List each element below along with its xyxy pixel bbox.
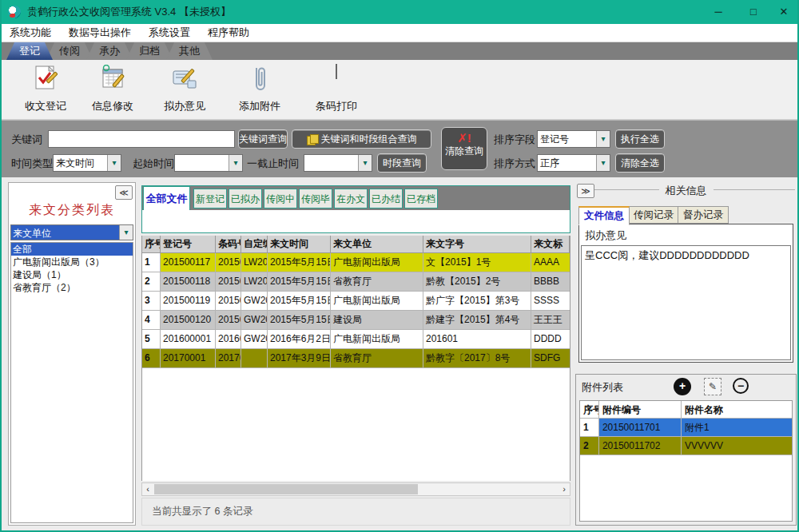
tab-other[interactable]: 其他	[166, 42, 213, 60]
menu-program-help[interactable]: 程序帮助	[208, 26, 249, 40]
time-type-select[interactable]: 来文时间 ▾	[53, 154, 121, 172]
status-tab-circulated[interactable]: 传阅毕	[299, 189, 332, 208]
list-item-all[interactable]: 全部	[11, 243, 133, 256]
clear-all-button[interactable]: 清除全选	[615, 153, 665, 173]
cell[interactable]: 建设局	[331, 311, 423, 330]
cell[interactable]: SSSS	[531, 292, 570, 311]
cell[interactable]: 6	[142, 349, 161, 368]
cell[interactable]: 2015年5月15日	[268, 253, 331, 272]
cell[interactable]: 2015年5月15日	[268, 311, 331, 330]
list-item[interactable]: 建设局（1）	[11, 268, 133, 281]
clear-search-button[interactable]: ✗! 清除查询	[441, 127, 487, 170]
maximize-button[interactable]: □	[740, 0, 767, 24]
cell[interactable]: 20150011701	[599, 419, 682, 437]
scrollbar-thumb[interactable]	[154, 484, 418, 494]
status-tab-closed[interactable]: 已办结	[369, 189, 403, 208]
cell[interactable]: VVVVVV	[682, 437, 792, 455]
tab-circulate[interactable]: 传阅	[46, 42, 93, 60]
collapse-sidebar-button[interactable]: ≪	[115, 185, 133, 200]
receive-register-button[interactable]: 收文登记	[13, 65, 78, 117]
expand-panel-button[interactable]: ≫	[577, 184, 594, 198]
cell[interactable]: 20150	[216, 292, 241, 311]
table-row[interactable]: 5 201600001 20160 GW20 2016年6月2日 广电新闻出版局…	[142, 330, 570, 349]
cell[interactable]: 20150	[216, 311, 241, 330]
table-row[interactable]: 4 201500120 20150 GW20 2015年5月15日 建设局 黔建…	[142, 311, 570, 330]
add-attachment-icon-button[interactable]: +	[674, 378, 691, 395]
tab-register[interactable]: 登记	[6, 42, 53, 60]
menu-system-functions[interactable]: 系统功能	[10, 26, 51, 40]
minimize-button[interactable]: ─	[705, 0, 732, 24]
chevron-down-icon[interactable]: ▾	[107, 155, 121, 171]
category-type-select[interactable]: 来文单位 ▾	[10, 224, 133, 240]
cell[interactable]: 2015年5月15日	[268, 272, 331, 292]
keyword-search-button[interactable]: 关键词查询	[238, 129, 288, 149]
cell[interactable]: 黔广字【2015】第3号	[423, 292, 531, 311]
info-tab-supervision[interactable]: 督办记录	[678, 206, 729, 224]
attachment-row-selected[interactable]: 2 20150011702 VVVVVV	[580, 437, 792, 455]
chevron-down-icon[interactable]: ▾	[596, 131, 610, 147]
cell[interactable]: 省教育厅	[331, 349, 423, 368]
cell[interactable]: 201500119	[161, 292, 216, 311]
chevron-down-icon[interactable]: ▾	[229, 155, 242, 171]
cell[interactable]: LW20	[241, 253, 268, 272]
list-item[interactable]: 省教育厅（2）	[11, 281, 133, 294]
cell[interactable]: 2	[580, 437, 599, 455]
cell[interactable]: 1	[142, 253, 161, 272]
add-attachment-button[interactable]: 添加附件	[227, 65, 292, 117]
table-row[interactable]: 2 201500118 20150 LW20 2015年5月15日 省教育厅 黔…	[142, 272, 570, 292]
cell[interactable]: 2	[142, 272, 161, 292]
cell[interactable]: 4	[142, 311, 161, 330]
combo-search-button[interactable]: 关键词和时段组合查询	[292, 129, 431, 149]
draft-opinion-button[interactable]: 拟办意见	[152, 65, 217, 117]
cell[interactable]: 201500118	[161, 272, 216, 292]
menu-system-settings[interactable]: 系统设置	[149, 26, 190, 40]
status-tab-drafted[interactable]: 已拟办	[229, 189, 262, 208]
cell[interactable]: 附件1	[682, 419, 792, 437]
column-header[interactable]: 序号	[142, 236, 161, 253]
status-tab-circulating[interactable]: 传阅中	[264, 189, 297, 208]
cell[interactable]: 20150011702	[599, 437, 682, 455]
cell[interactable]: 201601	[423, 330, 531, 349]
cell[interactable]: 广电新闻出版局	[331, 330, 423, 349]
cell[interactable]: 20150	[216, 272, 241, 292]
close-button[interactable]: ✕	[770, 0, 797, 24]
list-item[interactable]: 广电新闻出版局（3）	[11, 256, 133, 268]
cell[interactable]: 2016年6月2日	[268, 330, 331, 349]
edit-attachment-icon-button[interactable]: ✎	[704, 378, 721, 395]
status-tab-in-process[interactable]: 在办文	[334, 189, 368, 208]
column-header[interactable]: 来文字号	[423, 236, 531, 253]
status-tab-new[interactable]: 新登记	[193, 189, 227, 208]
cell[interactable]: LW20	[241, 272, 268, 292]
cell[interactable]: 广电新闻出版局	[331, 292, 423, 311]
cell[interactable]: 20170	[216, 349, 241, 368]
tab-archive[interactable]: 归档	[126, 42, 173, 60]
cell[interactable]: 黔建字【2015】第4号	[423, 311, 531, 330]
scroll-right-icon[interactable]: ›	[559, 483, 570, 495]
edit-info-button[interactable]: 信息修改	[80, 65, 145, 117]
keyword-input[interactable]	[48, 130, 235, 148]
cell[interactable]: 王王王	[531, 311, 570, 330]
attachment-row[interactable]: 1 20150011701 附件1	[580, 419, 792, 437]
cell[interactable]: SDFG	[531, 349, 570, 368]
cell[interactable]: 20160	[216, 330, 241, 349]
cell[interactable]: 省教育厅	[331, 272, 423, 292]
cell[interactable]: 广电新闻出版局	[331, 253, 423, 272]
cell[interactable]: DDDD	[531, 330, 570, 349]
chevron-down-icon[interactable]: ▾	[119, 225, 133, 240]
column-header[interactable]: 来文时间	[268, 236, 331, 253]
cell[interactable]: GW20	[241, 311, 268, 330]
column-header[interactable]: 来文单位	[331, 236, 423, 253]
table-row-selected[interactable]: 6 20170001 20170 2017年3月9日 省教育厅 黔教字〔2017…	[142, 349, 570, 368]
status-tab-all[interactable]: 全部文件	[143, 186, 190, 210]
cell[interactable]: 2015年5月15日	[268, 292, 331, 311]
cell[interactable]: 20170001	[161, 349, 216, 368]
column-header[interactable]: 来文标	[531, 236, 570, 253]
cell[interactable]: BBBB	[531, 272, 570, 292]
horizontal-scrollbar[interactable]: ‹ ›	[141, 482, 570, 496]
barcode-print-button[interactable]: 条码打印	[304, 65, 369, 117]
cell[interactable]: AAAA	[531, 253, 570, 272]
cell[interactable]: 201500120	[161, 311, 216, 330]
chevron-down-icon[interactable]: ▾	[596, 155, 610, 171]
chevron-down-icon[interactable]: ▾	[358, 155, 372, 171]
cell[interactable]	[241, 349, 268, 368]
